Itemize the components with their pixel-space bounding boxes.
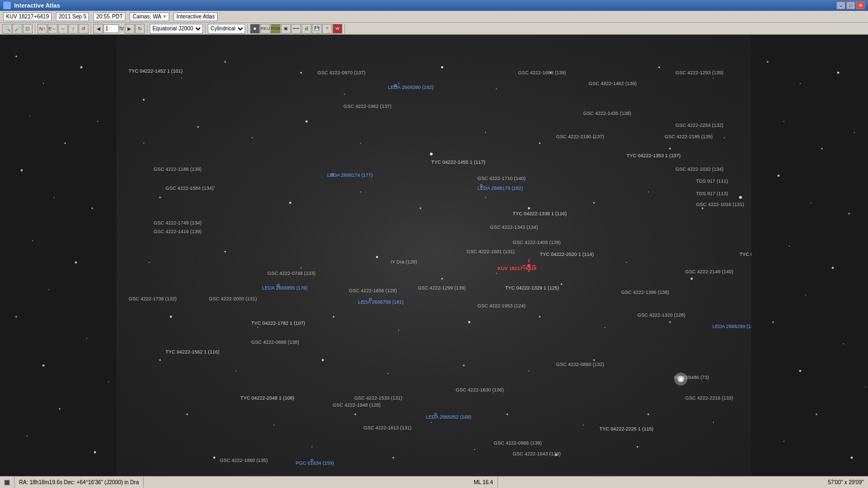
svg-point-64 bbox=[496, 273, 497, 274]
color-btn[interactable]: ■ bbox=[250, 24, 260, 34]
svg-point-97 bbox=[393, 457, 394, 459]
svg-point-98 bbox=[474, 449, 475, 450]
svg-point-90 bbox=[431, 422, 432, 423]
reu-btn[interactable]: REU bbox=[260, 24, 270, 34]
extra-btn[interactable]: W bbox=[333, 24, 342, 34]
contrast-btn[interactable]: ▣ bbox=[281, 24, 291, 34]
svg-point-13 bbox=[86, 338, 87, 339]
coord-system-select[interactable]: Equatorial J2000 Galactic bbox=[150, 24, 203, 34]
svg-point-30 bbox=[713, 78, 714, 79]
svg-point-36 bbox=[360, 143, 361, 144]
flip-h-button[interactable]: ↔ bbox=[58, 24, 68, 34]
flip-v-button[interactable]: ↕ bbox=[68, 24, 78, 34]
svg-point-73 bbox=[539, 316, 541, 318]
maximize-button[interactable]: □ bbox=[846, 2, 855, 9]
svg-point-125 bbox=[816, 414, 818, 415]
zoom-in-button[interactable]: 🔍 bbox=[2, 24, 12, 34]
svg-point-87 bbox=[187, 414, 188, 415]
save-btn[interactable]: 💾 bbox=[312, 24, 322, 34]
svg-point-14 bbox=[42, 364, 44, 367]
svg-point-16 bbox=[59, 408, 61, 410]
svg-point-71 bbox=[398, 330, 399, 331]
sky-map[interactable]: TYC 04222-1452 1 (101)GSC 4222-0970 (137… bbox=[117, 35, 751, 476]
svg-point-49 bbox=[528, 207, 530, 209]
measure-btn[interactable]: ⟷ bbox=[291, 24, 301, 34]
north-up-button[interactable]: N↑ bbox=[37, 24, 47, 34]
svg-point-52 bbox=[702, 208, 704, 209]
svg-point-32 bbox=[143, 143, 144, 144]
svg-point-8 bbox=[92, 208, 93, 209]
svg-point-17 bbox=[27, 435, 28, 436]
svg-point-40 bbox=[593, 137, 595, 138]
svg-point-4 bbox=[65, 143, 66, 144]
left-panel bbox=[0, 35, 117, 476]
svg-point-37 bbox=[430, 153, 433, 156]
svg-point-2 bbox=[80, 66, 82, 68]
svg-point-89 bbox=[355, 414, 356, 415]
svg-point-20 bbox=[181, 78, 182, 79]
svg-point-50 bbox=[593, 202, 595, 204]
window-controls: – □ ✕ bbox=[837, 2, 865, 9]
dropdown-arrow: ▼ bbox=[162, 14, 167, 19]
svg-point-58 bbox=[527, 264, 531, 267]
window-title: Interactive Atlas bbox=[14, 2, 837, 9]
svg-point-39 bbox=[539, 143, 541, 144]
svg-point-33 bbox=[197, 126, 199, 128]
timezone-value: PDT bbox=[112, 14, 123, 20]
svg-point-44 bbox=[214, 186, 215, 187]
svg-point-113 bbox=[821, 148, 823, 150]
close-button[interactable]: ✕ bbox=[856, 2, 865, 9]
svg-point-91 bbox=[507, 414, 508, 415]
svg-point-47 bbox=[420, 208, 422, 209]
fov-input[interactable] bbox=[104, 24, 119, 33]
zoom-controls: 🔍 🔎 ⊡ bbox=[2, 24, 35, 34]
title-bar: Interactive Atlas – □ ✕ bbox=[0, 0, 868, 11]
svg-point-108 bbox=[311, 459, 313, 461]
ml-section: ML 16.4 bbox=[469, 477, 498, 488]
svg-point-70 bbox=[333, 316, 335, 318]
svg-point-116 bbox=[810, 202, 812, 203]
refresh-button[interactable]: ↻ bbox=[135, 24, 145, 34]
svg-point-57 bbox=[376, 256, 378, 258]
rgb-btn[interactable]: RGB bbox=[271, 24, 280, 34]
svg-point-28 bbox=[604, 83, 605, 84]
svg-point-6 bbox=[21, 169, 23, 171]
print-btn[interactable]: 🖨 bbox=[302, 24, 311, 34]
help-btn[interactable]: ? bbox=[322, 24, 332, 34]
svg-point-126 bbox=[783, 441, 784, 442]
rotate-button[interactable]: ↺ bbox=[79, 24, 88, 34]
step-forward-button[interactable]: ▶ bbox=[125, 24, 135, 34]
svg-point-26 bbox=[496, 88, 497, 89]
minimize-button[interactable]: – bbox=[837, 2, 845, 9]
svg-point-85 bbox=[528, 370, 529, 371]
svg-point-68 bbox=[170, 316, 172, 318]
svg-point-54 bbox=[149, 262, 150, 263]
svg-point-92 bbox=[583, 425, 584, 426]
star-canvas bbox=[117, 35, 751, 476]
location-field[interactable]: Camas, WA ▼ bbox=[130, 12, 169, 21]
svg-point-48 bbox=[485, 197, 486, 198]
object-id-field[interactable]: KUV 18217+6419 bbox=[3, 12, 52, 21]
svg-point-7 bbox=[54, 197, 55, 198]
svg-point-81 bbox=[235, 370, 237, 371]
step-back-button[interactable]: ◀ bbox=[93, 24, 103, 34]
svg-point-9 bbox=[32, 240, 33, 241]
projection-select[interactable]: Cylindrical Gnomonic bbox=[208, 24, 245, 34]
fov-section: 57'00" x 29'09" bbox=[824, 477, 868, 488]
orientation-controls: N↑ E← ↔ ↕ ↺ bbox=[37, 24, 91, 34]
svg-point-19 bbox=[143, 99, 145, 101]
svg-point-22 bbox=[301, 72, 302, 74]
svg-point-80 bbox=[159, 359, 161, 361]
svg-point-74 bbox=[604, 327, 605, 328]
svg-point-121 bbox=[773, 322, 774, 323]
app-icon bbox=[3, 2, 11, 9]
east-left-button[interactable]: E← bbox=[48, 24, 58, 34]
svg-point-27 bbox=[550, 72, 552, 74]
zoom-out-button[interactable]: 🔎 bbox=[12, 24, 22, 34]
svg-point-45 bbox=[289, 202, 291, 204]
left-panel-stars bbox=[0, 35, 117, 476]
zoom-fit-button[interactable]: ⊡ bbox=[23, 24, 33, 34]
svg-point-124 bbox=[865, 387, 866, 388]
svg-point-114 bbox=[854, 132, 855, 133]
svg-point-53 bbox=[739, 196, 742, 199]
